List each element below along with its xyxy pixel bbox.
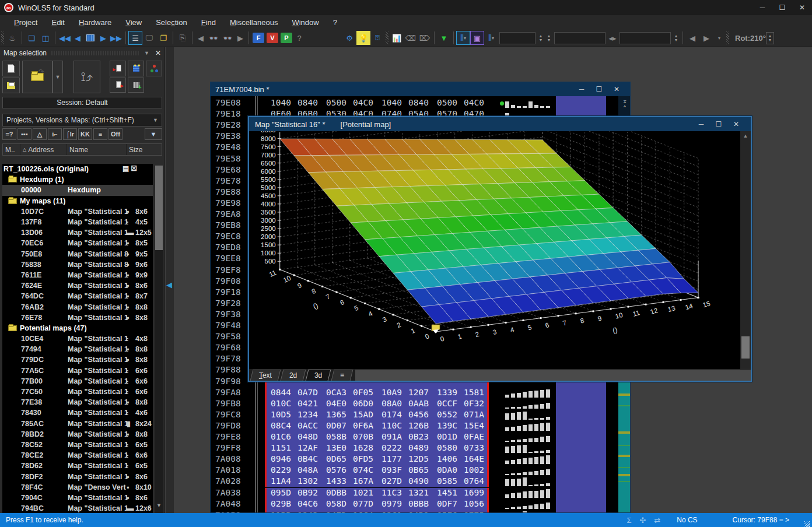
hex-value[interactable]: 1243	[298, 510, 318, 512]
close-button[interactable]: ✕	[792, 0, 812, 15]
hint-icon[interactable]: 💡	[356, 31, 370, 45]
hex-value[interactable]: 11BB	[271, 510, 291, 512]
rotate-right-icon[interactable]: ▶	[699, 31, 713, 45]
hex-maximize-button[interactable]: ☐	[590, 83, 608, 96]
hex-value[interactable]: 1302	[298, 476, 318, 486]
hex-value[interactable]: 0490	[408, 476, 429, 486]
session-bar[interactable]: Session: Default	[2, 97, 162, 108]
hex-value[interactable]: 10A9	[382, 388, 402, 397]
hex-value[interactable]: 1581	[464, 388, 484, 397]
map-row[interactable]: 764DCMap "Statistical 1▪8x7	[2, 291, 153, 301]
hex-value[interactable]: 04E0	[326, 399, 346, 408]
toolbar-combo-3[interactable]	[620, 32, 671, 44]
map-create-icon[interactable]: 📊	[390, 31, 404, 45]
hex-value[interactable]: 070B	[353, 432, 373, 441]
hex-value[interactable]: 04B9	[408, 510, 429, 512]
menu-item[interactable]: Hardware	[72, 16, 118, 29]
folder-row[interactable]: Hexdump (1)	[2, 174, 153, 185]
map-scrollbar-thumb[interactable]	[741, 336, 750, 359]
hex-value[interactable]: 1406	[437, 454, 457, 463]
hex-value[interactable]: 04C0	[464, 98, 484, 107]
folder-row[interactable]: My maps (11)	[2, 196, 153, 206]
map-row[interactable]: 779DCMap "Statistical 1▪8x8	[2, 354, 153, 365]
hex-value[interactable]: 1234	[298, 410, 318, 419]
hex-value[interactable]: 04C6	[298, 499, 318, 508]
hex-value[interactable]: 0174	[382, 410, 402, 419]
project-row-icons[interactable]: ▤☒	[123, 164, 139, 173]
hex-value[interactable]: 167A	[353, 476, 373, 486]
filter-button-6[interactable]: ≡	[93, 128, 107, 140]
windows-pair-icon[interactable]: ❏	[24, 31, 38, 45]
hex-value[interactable]: 11A4	[271, 476, 291, 486]
map-close-button[interactable]: ✕	[727, 118, 745, 131]
map-row[interactable]: 78C52Map "Statistical 1·6x5	[2, 440, 153, 450]
hex-value[interactable]: 1321	[408, 488, 429, 497]
hex-value[interactable]: 139C	[437, 421, 457, 430]
map-row[interactable]: 794BCMap "Statistical 1▬12x6	[2, 503, 153, 513]
menu-item[interactable]: Selection	[149, 16, 194, 29]
hex-value[interactable]: 08A0	[382, 399, 402, 408]
tab-options-icon[interactable]: ≡	[331, 370, 353, 381]
eraser-icon[interactable]: ⌫	[404, 31, 418, 45]
filter-dropdown-button[interactable]: ▼	[145, 128, 162, 140]
hex-value[interactable]: 0DF7	[437, 499, 457, 508]
hex-value[interactable]: 15AD	[353, 410, 373, 419]
folder-row[interactable]: Potential maps (47)	[2, 323, 153, 333]
hex-window-titlebar[interactable]: 71EM7004.bin * ─ ☐ ✕	[211, 82, 630, 96]
hex-value[interactable]: 1056	[464, 499, 484, 508]
spinner-2[interactable]: ▲▼	[545, 32, 553, 44]
hex-value[interactable]: 04C0	[353, 98, 373, 107]
hex-value[interactable]: 1433	[326, 476, 346, 486]
checksum-icon[interactable]: ▼	[437, 31, 451, 45]
hex-value[interactable]: 01C6	[271, 432, 291, 441]
hex-value[interactable]: 048A	[298, 465, 318, 475]
map-row[interactable]: 750E8Map "Statistical 8▪9x5	[2, 249, 153, 259]
open-project-dropdown[interactable]: ▼	[52, 61, 63, 93]
hex-value[interactable]: 1699	[464, 488, 484, 497]
hex-value[interactable]: 110C	[382, 421, 402, 430]
filter-button-0[interactable]: =?	[2, 128, 16, 140]
hex-value[interactable]: 0FAE	[464, 432, 484, 441]
menu-item[interactable]: View	[118, 16, 149, 29]
hex-value[interactable]: 1177	[382, 454, 402, 463]
open-project-button[interactable]: ↷	[22, 61, 52, 93]
hexdump-row[interactable]: 00000Hexdump	[2, 185, 153, 195]
hex-value[interactable]: 1339	[437, 388, 457, 397]
map-row[interactable]: 13D06Map "Statistical 1▬12x5	[2, 227, 153, 238]
hex-value[interactable]: 0489	[408, 443, 429, 452]
hex-minimize-button[interactable]: ─	[573, 83, 590, 96]
checksum-button[interactable]: +	[128, 78, 144, 93]
hex-value[interactable]: 1207	[408, 388, 429, 397]
hex-value[interactable]: 095D	[271, 488, 291, 497]
map-scroll-up-icon[interactable]: ▲	[740, 131, 751, 139]
map-3d-plot[interactable]: 5001000150020002500300035004000450050005…	[249, 131, 740, 369]
hex-value[interactable]: 10D5	[271, 410, 291, 419]
hex-value[interactable]: 0B92	[298, 488, 318, 497]
hex-value[interactable]: 126B	[408, 421, 429, 430]
map-row[interactable]: 7611EMap "Statistical 1▪9x9	[2, 270, 153, 280]
hex-value[interactable]: 0AAB	[408, 399, 429, 408]
menu-item[interactable]: Find	[194, 16, 223, 29]
panel-collapse-icon[interactable]: ▼	[144, 50, 149, 56]
tree-scrollbar[interactable]	[155, 166, 163, 513]
help-mode-icon[interactable]: ?	[293, 31, 305, 45]
map-row[interactable]: 137F8Map "Statistical 1·4x5	[2, 217, 153, 227]
menu-item[interactable]: Window	[285, 16, 326, 29]
tree-list-icon[interactable]: ☰	[128, 31, 142, 45]
binoculars-next-icon[interactable]: 👓	[220, 31, 235, 45]
tab-text[interactable]: Text	[250, 370, 281, 381]
hex-value[interactable]: 0F6A	[353, 421, 373, 430]
hex-value[interactable]: 0552	[437, 410, 457, 419]
filter-button-7[interactable]: Off	[108, 128, 123, 140]
toolbar-combo-1[interactable]	[499, 32, 536, 44]
map-row[interactable]: 76E78Map "Statistical 1▪8x8	[2, 312, 153, 323]
hex-value[interactable]: 0775	[464, 510, 484, 512]
hex-value[interactable]: 13E0	[326, 443, 346, 452]
hex-value[interactable]: 0456	[408, 410, 429, 419]
map-row[interactable]: 78D62Map "Statistical 1·6x5	[2, 461, 153, 471]
map-row[interactable]: 78430Map "Statistical 1·4x6	[2, 407, 153, 418]
sync-versions-button[interactable]	[146, 61, 162, 76]
eraser-all-icon[interactable]: ⌦	[418, 31, 432, 45]
view-window-icon[interactable]: ▣	[470, 31, 484, 45]
hex-value[interactable]: 0BBB	[408, 499, 429, 508]
